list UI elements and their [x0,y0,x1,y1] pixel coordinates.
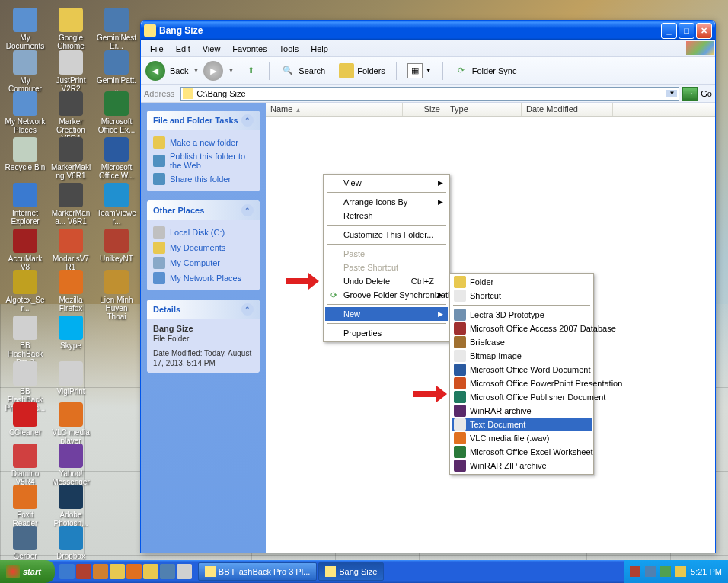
maximize-button[interactable]: □ [679,23,694,39]
menu-edit[interactable]: Edit [170,43,196,55]
folders-button[interactable]: Folders [334,62,390,80]
panel-header[interactable]: Other Places⌃ [147,200,260,220]
sidebar-task-item[interactable]: Make a new folder [153,135,254,150]
back-button[interactable]: ◄ [145,61,165,81]
address-dropdown-icon[interactable]: ▼ [666,90,677,97]
desktop-icon[interactable]: Diamino V5R4 [5,444,46,486]
desktop-icon[interactable]: VLC media player [50,402,91,445]
sidebar-place-item[interactable]: My Network Places [153,271,254,286]
tray-icon[interactable] [630,566,640,577]
menu-help[interactable]: Help [305,43,334,55]
desktop-icon[interactable]: Foxit Reader [5,485,46,527]
taskbar-button[interactable]: BB FlashBack Pro 3 Pl... [198,562,317,581]
new-item[interactable]: Text Document [452,418,592,431]
ql-icon[interactable] [160,564,175,579]
menu-new[interactable]: New▶ [325,307,448,321]
minimize-button[interactable]: _ [661,23,677,39]
panel-header[interactable]: File and Folder Tasks⌃ [147,111,260,130]
new-item[interactable]: VLC media file (.wav) [452,431,592,445]
ql-unikey-icon[interactable] [76,564,91,579]
tray-volume-icon[interactable] [675,566,686,577]
desktop-icon[interactable]: Microsoft Office Ex... [96,91,137,134]
ql-icon[interactable] [177,564,192,579]
menu-undo-delete[interactable]: Undo DeleteCtrl+Z [325,274,448,288]
ql-ie-icon[interactable] [59,564,75,579]
back-dropdown-icon[interactable]: ▼ [193,67,199,74]
new-item[interactable]: Microsoft Office Excel Worksheet [452,445,592,459]
desktop-icon[interactable]: Dropbox [50,526,91,560]
sidebar-place-item[interactable]: My Documents [153,240,254,255]
desktop-icon[interactable]: MarkerMana... V6R1 [50,183,91,226]
ql-icon[interactable] [93,564,108,579]
taskbar-button[interactable]: Bang Size [318,562,384,581]
desktop-icon[interactable]: Marker Creation V5R4 [50,91,91,143]
column-name[interactable]: Name ▲ [266,103,403,116]
menu-favorites[interactable]: Favorites [226,43,273,55]
desktop-icon[interactable]: Google Chrome [50,8,91,50]
tray-icon[interactable] [645,566,656,577]
menu-properties[interactable]: Properties [325,326,448,340]
desktop-icon[interactable]: GeminiNestEr... [96,8,137,50]
address-input[interactable]: C:\Bang Size ▼ [180,87,679,101]
column-type[interactable]: Type [445,103,522,116]
go-button[interactable]: → [682,87,698,101]
foldersync-button[interactable]: ⟳Folder Sync [449,62,522,80]
titlebar[interactable]: Bang Size _ □ ✕ [141,21,715,40]
desktop-icon[interactable]: GeminiPatt... [96,50,137,93]
new-item[interactable]: Briefcase [452,335,592,349]
search-button[interactable]: 🔍Search [276,62,330,80]
new-item[interactable]: Bitmap Image [452,349,592,363]
desktop-icon[interactable]: Yahoo! Messenger [50,444,91,486]
desktop-icon[interactable]: Lien Minh Huyen Thoai [96,270,137,321]
menu-view[interactable]: View▶ [325,176,448,190]
panel-header[interactable]: Details⌃ [147,300,260,319]
column-datemod[interactable]: Date Modified [522,103,613,116]
ql-chrome-icon[interactable] [143,564,158,579]
desktop-icon[interactable]: My Network Places [5,91,46,134]
desktop-icon[interactable]: Internet Explorer [5,183,46,226]
desktop-icon[interactable]: Mozilla Firefox [50,270,91,312]
desktop-icon[interactable]: CCleaner [5,402,46,437]
clock[interactable]: 5:21 PM [691,567,722,576]
sidebar-place-item[interactable]: Local Disk (C:) [153,225,254,240]
desktop-icon[interactable]: My Computer [5,50,46,93]
desktop-icon[interactable]: Algotex_Ser... [5,270,46,312]
new-item[interactable]: Microsoft Office PowerPoint Presentation [452,376,592,390]
new-item[interactable]: WinRAR archive [452,404,592,418]
start-button[interactable]: start [0,560,55,583]
sidebar-task-item[interactable]: Publish this folder to the Web [153,150,254,171]
close-button[interactable]: ✕ [696,23,712,39]
menu-view[interactable]: View [196,43,227,55]
menu-file[interactable]: File [144,43,170,55]
up-button[interactable]: ⬆ [238,62,263,80]
new-item[interactable]: Folder [452,275,592,289]
desktop-icon[interactable]: Adobe Photosh... [50,485,91,527]
ql-icon[interactable] [110,564,125,579]
desktop-icon[interactable]: Recycle Bin [5,137,46,171]
desktop-icon[interactable]: VigiPrint [50,361,91,396]
new-item[interactable]: Lectra 3D Prototype [452,308,592,322]
desktop-icon[interactable]: TeamViewer... [96,183,137,226]
new-item[interactable]: Microsoft Office Publisher Document [452,390,592,404]
sidebar-task-item[interactable]: Share this folder [153,171,254,187]
ql-firefox-icon[interactable] [126,564,142,579]
menu-refresh[interactable]: Refresh [325,209,448,223]
menu-customize[interactable]: Customize This Folder... [325,228,448,242]
desktop-icon[interactable]: Microsoft Office W... [96,137,137,180]
desktop-icon[interactable]: JustPrint V2R2 [50,50,91,93]
desktop-icon[interactable]: MarkerMaking V6R1 [50,137,91,180]
menu-tools[interactable]: Tools [273,43,305,55]
desktop-icon[interactable]: ModarisV7R1 [50,229,91,271]
tray-icon[interactable] [660,566,671,577]
sidebar-place-item[interactable]: My Computer [153,255,254,271]
new-item[interactable]: WinRAR ZIP archive [452,459,592,472]
desktop-icon[interactable]: Skype [50,316,91,350]
column-size[interactable]: Size [403,103,445,116]
menu-arrange-icons[interactable]: Arrange Icons By▶ [325,195,448,209]
desktop-icon[interactable]: AccuMark V8 [5,229,46,271]
desktop-icon[interactable]: UnikeyNT [96,229,137,263]
new-item[interactable]: Shortcut [452,289,592,303]
desktop-icon[interactable]: My Documents [5,8,46,50]
menu-groove-sync[interactable]: ⟳Groove Folder Synchronization▶ [325,288,448,302]
new-item[interactable]: Microsoft Office Access 2007 Database [452,322,592,335]
